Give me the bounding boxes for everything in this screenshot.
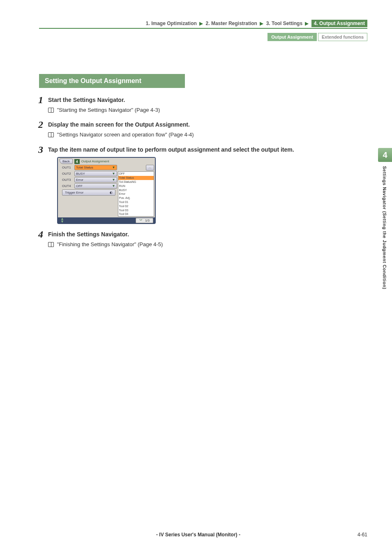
output-row-out1: OUT1 Total Status ▼: [59, 165, 117, 170]
up-down-icon[interactable]: ▲▼: [60, 217, 64, 223]
output-value: OFF: [76, 184, 83, 188]
output-dropdown[interactable]: BUSY ▼: [74, 171, 117, 176]
breadcrumb: 1. Image Optimization ▶ 2. Master Regist…: [39, 21, 367, 26]
chevron-down-icon: ︾: [139, 218, 143, 223]
trigger-error-row[interactable]: Trigger Error ◐: [62, 189, 115, 196]
step-number: 4: [38, 229, 43, 240]
step-1: 1 Start the Settings Navigator. "Startin…: [39, 96, 367, 114]
output-label: OUT4: [62, 184, 73, 188]
book-icon: [48, 108, 54, 113]
device-bottombar: ▲▼ ︾ 1/3: [58, 217, 155, 223]
stage-title: Output Assignment: [81, 159, 109, 163]
output-rows: OUT1 Total Status ▼ OUT2 BUSY ▼: [59, 165, 117, 217]
output-dropdown[interactable]: Total Status ▼: [74, 165, 117, 170]
toggle-icon: ◐: [110, 191, 113, 194]
dropdown-option[interactable]: OFF: [118, 172, 154, 176]
step-ref-text: "Settings Navigator screen and operation…: [57, 132, 194, 138]
breadcrumb-item-4: 4. Output Assignment: [311, 20, 367, 27]
breadcrumb-arrow-icon: ▶: [260, 21, 263, 26]
step-2: 2 Display the main screen for the Output…: [39, 121, 367, 139]
chevron-down-icon: ▼: [112, 178, 115, 182]
trigger-error-label: Trigger Error: [65, 191, 83, 194]
book-icon: [48, 242, 54, 247]
dropdown-option[interactable]: RUN: [118, 184, 154, 188]
output-label: OUT2: [62, 172, 73, 175]
dropdown-option[interactable]: Tool 04: [118, 212, 154, 216]
step-title: Display the main screen for the Output A…: [48, 121, 367, 129]
output-label: OUT1: [62, 166, 73, 169]
output-value: Error: [76, 178, 83, 182]
step-reference: "Starting the Settings Navigator" (Page …: [48, 106, 367, 115]
step-ref-text: "Finishing the Settings Navigator" (Page…: [57, 241, 163, 247]
page-indicator: 1/3: [145, 219, 150, 222]
subtab-bar: Output Assignment Extended functions: [39, 33, 367, 41]
output-label: OUT3: [62, 178, 73, 182]
back-button[interactable]: Back: [60, 159, 73, 164]
step-reference: "Finishing the Settings Navigator" (Page…: [48, 240, 367, 249]
side-tab: 4 Settings Navigator (Setting the Judgme…: [378, 148, 392, 289]
step-3: 3 Tap the item name of output line to pe…: [39, 146, 367, 224]
stage-number-badge: 4: [74, 159, 80, 164]
step-reference: "Settings Navigator screen and operation…: [48, 131, 367, 139]
device-topbar: Back 4 Output Assignment: [58, 158, 155, 165]
step-number: 2: [38, 119, 43, 130]
device-screenshot: Back 4 Output Assignment OUT1 Total Stat…: [57, 157, 156, 224]
dropdown-option[interactable]: Tool 03: [118, 208, 154, 212]
pager[interactable]: ︾ 1/3: [136, 218, 153, 223]
breadcrumb-arrow-icon: ▶: [305, 21, 309, 26]
dropdown-option[interactable]: Tool 02: [118, 204, 154, 208]
chevron-down-icon: ▼: [112, 172, 115, 175]
footer-title: - IV Series User's Manual (Monitor) -: [39, 532, 357, 538]
step-number: 3: [38, 144, 43, 155]
step-title: Tap the item name of output line to perf…: [48, 146, 367, 154]
chevron-down-icon: ▼: [112, 166, 115, 169]
dropdown-list: OFF Total Status Tot.StatusNG RUN BUSY E…: [118, 171, 154, 217]
output-dropdown[interactable]: OFF ▼: [74, 183, 117, 189]
section-heading: Setting the Output Assignment: [39, 74, 185, 88]
divider: [39, 28, 367, 29]
dropdown-option[interactable]: Tool 01: [118, 200, 154, 204]
output-row-out4: OUT4 OFF ▼: [59, 183, 117, 189]
step-title: Start the Settings Navigator.: [48, 96, 367, 104]
breadcrumb-item-3: 3. Tool Settings: [266, 21, 302, 26]
footer: - IV Series User's Manual (Monitor) - 4-…: [39, 532, 367, 538]
step-ref-text: "Starting the Settings Navigator" (Page …: [57, 107, 160, 113]
subtab-output-assignment: Output Assignment: [267, 33, 317, 41]
dropdown-option[interactable]: Total Status: [118, 176, 154, 180]
output-dropdown[interactable]: Error ▼: [74, 177, 117, 182]
scroll-up-button[interactable]: ︽: [146, 165, 154, 171]
book-icon: [48, 132, 54, 137]
subtab-extended-functions: Extended functions: [318, 33, 367, 41]
chevron-down-icon: ▼: [112, 184, 115, 188]
breadcrumb-arrow-icon: ▶: [199, 21, 203, 26]
step-4: 4 Finish the Settings Navigator. "Finish…: [39, 231, 367, 249]
output-row-out3: OUT3 Error ▼: [59, 177, 117, 182]
chapter-title-vertical: Settings Navigator (Setting the Judgment…: [382, 166, 387, 289]
page-number: 4-61: [357, 532, 367, 538]
dropdown-option[interactable]: BUSY: [118, 188, 154, 192]
step-title: Finish the Settings Navigator.: [48, 231, 367, 239]
breadcrumb-item-2: 2. Master Registration: [206, 21, 257, 26]
dropdown-option[interactable]: Error: [118, 192, 154, 196]
breadcrumb-item-1: 1. Image Optimization: [146, 21, 197, 26]
output-row-out2: OUT2 BUSY ▼: [59, 171, 117, 176]
chapter-number-badge: 4: [378, 148, 392, 162]
output-value: Total Status: [76, 166, 93, 169]
step-number: 1: [38, 95, 43, 106]
dropdown-option[interactable]: Tot.StatusNG: [118, 180, 154, 184]
dropdown-option[interactable]: Pos. Adj.: [118, 196, 154, 200]
output-value: BUSY: [76, 172, 85, 175]
